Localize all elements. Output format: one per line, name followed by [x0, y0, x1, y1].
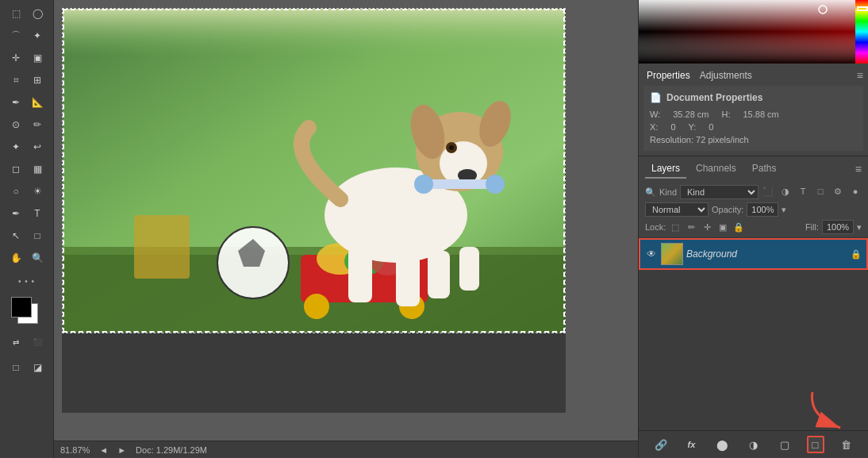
shape-filter-icon[interactable]: □ — [814, 185, 827, 198]
dog-image — [63, 9, 565, 333]
blend-mode-select[interactable]: Normal — [645, 202, 709, 217]
layer-filter-icons: ⬛ ◑ T □ ⚙ ● — [762, 185, 862, 198]
crop-tool[interactable]: ⌗ — [6, 70, 26, 90]
new-layer-icon[interactable]: □ — [807, 436, 824, 453]
height-label: H: — [722, 110, 731, 119]
pixel-filter-icon[interactable]: ⬛ — [762, 185, 774, 198]
color-swatch-area — [6, 297, 48, 329]
type-tool[interactable]: T — [28, 203, 48, 224]
opacity-dropdown-icon[interactable]: ▾ — [782, 205, 786, 215]
fill-dropdown-icon[interactable]: ▾ — [857, 222, 862, 233]
smart-filter-icon[interactable]: ⚙ — [832, 185, 844, 198]
default-colors-icon[interactable]: ⬛ — [28, 332, 48, 352]
nav-arrow-right[interactable]: ► — [117, 445, 126, 455]
lock-pixels-icon[interactable]: ⬚ — [669, 221, 682, 233]
zoom-tool[interactable]: 🔍 — [28, 248, 48, 268]
lock-row: Lock: ⬚ ✏ ✛ ▣ 🔒 Fill: ▾ — [645, 220, 862, 234]
doc-props-label: Document Properties — [666, 92, 762, 103]
layers-tabs: Layers Channels Paths ≡ — [639, 156, 868, 182]
status-bar: 81.87% ◄ ► Doc: 1.29M/1.29M — [54, 441, 638, 458]
eye-visibility-icon[interactable]: 👁 — [645, 248, 658, 260]
properties-tabs: Properties Adjustments ≡ — [643, 68, 863, 83]
properties-section: Properties Adjustments ≡ 📄 Document Prop… — [639, 64, 868, 156]
move-tool[interactable]: ✛ — [6, 48, 26, 68]
kind-label: 🔍 — [645, 187, 656, 198]
canvas-below-area — [62, 333, 566, 413]
path-selection-tool[interactable]: ↖ — [6, 225, 26, 246]
brush-tool[interactable]: ✏ — [28, 114, 48, 135]
dimensions-row: W: 35.28 cm H: 15.88 cm — [650, 110, 857, 119]
svg-point-23 — [414, 175, 433, 194]
properties-body: 📄 Document Properties W: 35.28 cm H: 15.… — [643, 86, 863, 151]
new-group-icon[interactable]: ▢ — [776, 436, 793, 453]
position-row: X: 0 Y: 0 — [650, 122, 857, 132]
kind-select[interactable]: Kind — [680, 185, 759, 199]
pen-tool[interactable]: ✒ — [6, 203, 26, 224]
more-tools-button[interactable]: • • • — [6, 270, 48, 292]
new-fill-adjustment-icon[interactable]: ◑ — [745, 436, 762, 453]
adjustment-filter-icon[interactable]: ◑ — [779, 185, 792, 198]
tab-paths[interactable]: Paths — [746, 160, 783, 179]
tab-channels[interactable]: Channels — [689, 160, 743, 179]
foreground-color-swatch[interactable] — [11, 297, 32, 318]
color-gradient-box[interactable] — [639, 0, 855, 64]
layers-menu-icon[interactable]: ≡ — [855, 163, 862, 175]
lasso-tool[interactable]: ⌒ — [6, 25, 26, 46]
history-brush-tool[interactable]: ↩ — [28, 137, 48, 157]
tab-adjustments[interactable]: Adjustments — [697, 68, 755, 83]
tab-properties[interactable]: Properties — [643, 68, 693, 83]
clone-stamp-tool[interactable]: ✦ — [6, 137, 26, 157]
doc-size: Doc: 1.29M/1.29M — [136, 445, 207, 455]
slice-tool[interactable]: ⊞ — [28, 70, 48, 90]
layer-item-background[interactable]: 👁 Background 🔒 — [639, 238, 868, 270]
right-panel: Properties Adjustments ≡ 📄 Document Prop… — [638, 0, 868, 458]
svg-rect-30 — [639, 0, 855, 64]
svg-rect-27 — [428, 251, 450, 298]
layer-thumbnail — [661, 243, 683, 265]
opacity-input[interactable] — [747, 202, 778, 217]
lock-all-icon[interactable]: 🔒 — [732, 221, 745, 233]
shape-tool[interactable]: □ — [28, 225, 48, 246]
fill-input[interactable] — [822, 220, 854, 234]
marquee-ellipse-tool[interactable]: ◯ — [28, 3, 48, 24]
gradient-tool[interactable]: ▦ — [28, 159, 48, 179]
layer-fx-icon[interactable]: fx — [683, 436, 701, 453]
delete-layer-icon[interactable]: 🗑 — [838, 436, 855, 453]
hue-bar[interactable] — [855, 0, 868, 64]
nav-arrow-left[interactable]: ◄ — [99, 445, 108, 455]
ruler-tool[interactable]: 📐 — [28, 92, 48, 113]
width-label: W: — [650, 110, 660, 119]
blend-row: Normal Opacity: ▾ — [645, 202, 862, 217]
blur-tool[interactable]: ○ — [6, 181, 26, 202]
lock-artboard-icon[interactable]: ▣ — [716, 221, 729, 233]
svg-rect-28 — [459, 247, 479, 291]
x-value: 0 — [670, 122, 675, 132]
quick-mask-on-icon[interactable]: ◪ — [28, 357, 48, 378]
canvas-area: 81.87% ◄ ► Doc: 1.29M/1.29M — [54, 0, 638, 458]
svg-rect-22 — [428, 179, 491, 189]
lock-brush-icon[interactable]: ✏ — [685, 221, 697, 233]
filter-toggle-icon[interactable]: ● — [849, 185, 862, 198]
zoom-level: 81.87% — [60, 445, 90, 455]
svg-rect-25 — [348, 247, 372, 302]
link-layers-icon[interactable]: 🔗 — [652, 436, 670, 453]
layer-controls: 🔍 Kind Kind ⬛ ◑ T □ ⚙ ● Normal Opac — [639, 182, 868, 238]
properties-menu-icon[interactable]: ≡ — [857, 69, 863, 82]
eraser-tool[interactable]: ◻ — [6, 159, 26, 179]
canvas-image[interactable] — [62, 8, 566, 333]
eyedropper-tool[interactable]: ✒ — [6, 92, 26, 113]
add-mask-icon[interactable]: ⬤ — [714, 436, 732, 453]
artboard-tool[interactable]: ▣ — [28, 48, 48, 68]
tab-layers[interactable]: Layers — [645, 160, 686, 179]
hand-tool[interactable]: ✋ — [6, 248, 26, 268]
width-value: 35.28 cm — [673, 110, 709, 119]
spot-heal-tool[interactable]: ⊙ — [6, 114, 26, 135]
marquee-rect-tool[interactable]: ⬚ — [6, 3, 26, 24]
quick-select-tool[interactable]: ✦ — [28, 25, 48, 46]
type-filter-icon[interactable]: T — [797, 185, 809, 198]
quick-mask-off-icon[interactable]: □ — [6, 357, 26, 378]
switch-colors-icon[interactable]: ⇄ — [6, 332, 26, 352]
dog-image-svg — [63, 9, 565, 333]
lock-move-icon[interactable]: ✛ — [701, 221, 713, 233]
dodge-tool[interactable]: ☀ — [28, 181, 48, 202]
